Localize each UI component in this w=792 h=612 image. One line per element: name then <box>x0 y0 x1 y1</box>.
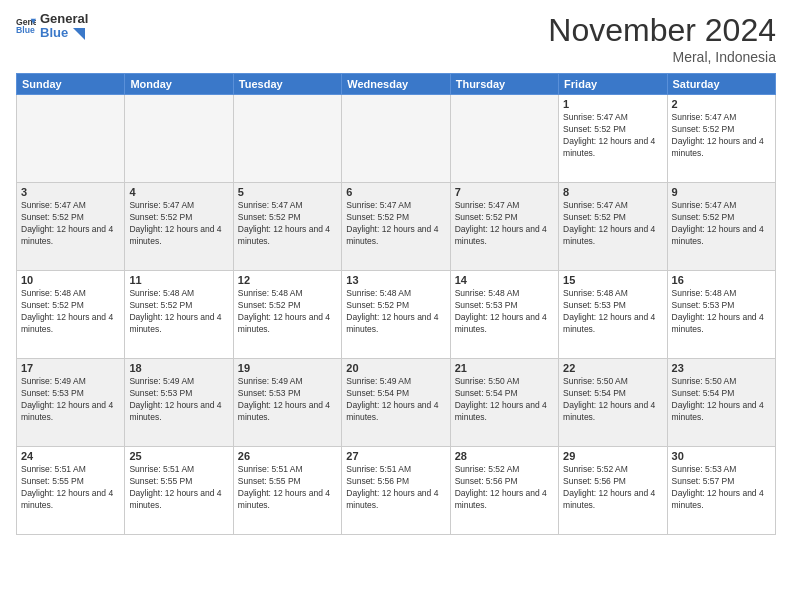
day-number: 17 <box>21 362 120 374</box>
day-info: Sunrise: 5:53 AM Sunset: 5:57 PM Dayligh… <box>672 464 771 512</box>
calendar-cell: 23Sunrise: 5:50 AM Sunset: 5:54 PM Dayli… <box>667 359 775 447</box>
day-info: Sunrise: 5:52 AM Sunset: 5:56 PM Dayligh… <box>563 464 662 512</box>
day-number: 18 <box>129 362 228 374</box>
calendar-cell <box>125 95 233 183</box>
calendar-cell: 15Sunrise: 5:48 AM Sunset: 5:53 PM Dayli… <box>559 271 667 359</box>
calendar-cell: 25Sunrise: 5:51 AM Sunset: 5:55 PM Dayli… <box>125 447 233 535</box>
calendar-week-row: 3Sunrise: 5:47 AM Sunset: 5:52 PM Daylig… <box>17 183 776 271</box>
calendar-cell: 7Sunrise: 5:47 AM Sunset: 5:52 PM Daylig… <box>450 183 558 271</box>
day-info: Sunrise: 5:51 AM Sunset: 5:55 PM Dayligh… <box>238 464 337 512</box>
day-number: 24 <box>21 450 120 462</box>
svg-text:Blue: Blue <box>16 26 35 36</box>
day-number: 28 <box>455 450 554 462</box>
title-block: November 2024 Meral, Indonesia <box>548 12 776 65</box>
day-number: 10 <box>21 274 120 286</box>
day-info: Sunrise: 5:47 AM Sunset: 5:52 PM Dayligh… <box>238 200 337 248</box>
calendar-cell: 2Sunrise: 5:47 AM Sunset: 5:52 PM Daylig… <box>667 95 775 183</box>
calendar-week-row: 10Sunrise: 5:48 AM Sunset: 5:52 PM Dayli… <box>17 271 776 359</box>
calendar-header-row: Sunday Monday Tuesday Wednesday Thursday… <box>17 74 776 95</box>
day-number: 4 <box>129 186 228 198</box>
location: Meral, Indonesia <box>548 49 776 65</box>
calendar-cell: 20Sunrise: 5:49 AM Sunset: 5:54 PM Dayli… <box>342 359 450 447</box>
day-number: 29 <box>563 450 662 462</box>
day-info: Sunrise: 5:50 AM Sunset: 5:54 PM Dayligh… <box>563 376 662 424</box>
day-info: Sunrise: 5:48 AM Sunset: 5:52 PM Dayligh… <box>346 288 445 336</box>
day-number: 23 <box>672 362 771 374</box>
day-number: 20 <box>346 362 445 374</box>
day-info: Sunrise: 5:49 AM Sunset: 5:53 PM Dayligh… <box>238 376 337 424</box>
calendar-cell: 29Sunrise: 5:52 AM Sunset: 5:56 PM Dayli… <box>559 447 667 535</box>
day-number: 11 <box>129 274 228 286</box>
day-number: 8 <box>563 186 662 198</box>
day-number: 13 <box>346 274 445 286</box>
calendar-cell: 28Sunrise: 5:52 AM Sunset: 5:56 PM Dayli… <box>450 447 558 535</box>
day-number: 16 <box>672 274 771 286</box>
calendar-week-row: 24Sunrise: 5:51 AM Sunset: 5:55 PM Dayli… <box>17 447 776 535</box>
header: General Blue General Blue November 2024 … <box>16 12 776 65</box>
day-info: Sunrise: 5:49 AM Sunset: 5:54 PM Dayligh… <box>346 376 445 424</box>
day-number: 1 <box>563 98 662 110</box>
calendar-cell: 24Sunrise: 5:51 AM Sunset: 5:55 PM Dayli… <box>17 447 125 535</box>
calendar-table: Sunday Monday Tuesday Wednesday Thursday… <box>16 73 776 535</box>
calendar-cell: 13Sunrise: 5:48 AM Sunset: 5:52 PM Dayli… <box>342 271 450 359</box>
svg-marker-3 <box>73 28 85 40</box>
calendar-cell: 6Sunrise: 5:47 AM Sunset: 5:52 PM Daylig… <box>342 183 450 271</box>
day-info: Sunrise: 5:50 AM Sunset: 5:54 PM Dayligh… <box>672 376 771 424</box>
calendar-cell: 11Sunrise: 5:48 AM Sunset: 5:52 PM Dayli… <box>125 271 233 359</box>
calendar-cell: 3Sunrise: 5:47 AM Sunset: 5:52 PM Daylig… <box>17 183 125 271</box>
day-info: Sunrise: 5:50 AM Sunset: 5:54 PM Dayligh… <box>455 376 554 424</box>
col-sunday: Sunday <box>17 74 125 95</box>
logo-icon: General Blue <box>16 16 36 36</box>
day-number: 14 <box>455 274 554 286</box>
calendar-cell: 22Sunrise: 5:50 AM Sunset: 5:54 PM Dayli… <box>559 359 667 447</box>
day-info: Sunrise: 5:51 AM Sunset: 5:55 PM Dayligh… <box>129 464 228 512</box>
day-number: 19 <box>238 362 337 374</box>
logo: General Blue General Blue <box>16 12 88 41</box>
col-thursday: Thursday <box>450 74 558 95</box>
day-info: Sunrise: 5:47 AM Sunset: 5:52 PM Dayligh… <box>346 200 445 248</box>
day-number: 7 <box>455 186 554 198</box>
day-info: Sunrise: 5:47 AM Sunset: 5:52 PM Dayligh… <box>21 200 120 248</box>
day-number: 27 <box>346 450 445 462</box>
day-info: Sunrise: 5:51 AM Sunset: 5:55 PM Dayligh… <box>21 464 120 512</box>
col-saturday: Saturday <box>667 74 775 95</box>
logo-general: General <box>40 12 88 26</box>
col-monday: Monday <box>125 74 233 95</box>
calendar-cell: 10Sunrise: 5:48 AM Sunset: 5:52 PM Dayli… <box>17 271 125 359</box>
calendar-cell: 19Sunrise: 5:49 AM Sunset: 5:53 PM Dayli… <box>233 359 341 447</box>
day-info: Sunrise: 5:52 AM Sunset: 5:56 PM Dayligh… <box>455 464 554 512</box>
day-info: Sunrise: 5:48 AM Sunset: 5:53 PM Dayligh… <box>455 288 554 336</box>
calendar-week-row: 17Sunrise: 5:49 AM Sunset: 5:53 PM Dayli… <box>17 359 776 447</box>
calendar-cell: 8Sunrise: 5:47 AM Sunset: 5:52 PM Daylig… <box>559 183 667 271</box>
day-info: Sunrise: 5:47 AM Sunset: 5:52 PM Dayligh… <box>455 200 554 248</box>
day-info: Sunrise: 5:48 AM Sunset: 5:53 PM Dayligh… <box>563 288 662 336</box>
day-number: 21 <box>455 362 554 374</box>
day-info: Sunrise: 5:47 AM Sunset: 5:52 PM Dayligh… <box>129 200 228 248</box>
day-number: 22 <box>563 362 662 374</box>
page: General Blue General Blue November 2024 … <box>0 0 792 612</box>
calendar-cell <box>233 95 341 183</box>
calendar-cell: 5Sunrise: 5:47 AM Sunset: 5:52 PM Daylig… <box>233 183 341 271</box>
calendar-cell: 30Sunrise: 5:53 AM Sunset: 5:57 PM Dayli… <box>667 447 775 535</box>
calendar-cell: 21Sunrise: 5:50 AM Sunset: 5:54 PM Dayli… <box>450 359 558 447</box>
day-info: Sunrise: 5:49 AM Sunset: 5:53 PM Dayligh… <box>21 376 120 424</box>
day-info: Sunrise: 5:49 AM Sunset: 5:53 PM Dayligh… <box>129 376 228 424</box>
calendar-cell: 4Sunrise: 5:47 AM Sunset: 5:52 PM Daylig… <box>125 183 233 271</box>
calendar-cell: 14Sunrise: 5:48 AM Sunset: 5:53 PM Dayli… <box>450 271 558 359</box>
day-number: 5 <box>238 186 337 198</box>
calendar-cell: 27Sunrise: 5:51 AM Sunset: 5:56 PM Dayli… <box>342 447 450 535</box>
calendar-cell <box>342 95 450 183</box>
day-number: 3 <box>21 186 120 198</box>
day-number: 15 <box>563 274 662 286</box>
calendar-cell: 9Sunrise: 5:47 AM Sunset: 5:52 PM Daylig… <box>667 183 775 271</box>
day-info: Sunrise: 5:48 AM Sunset: 5:52 PM Dayligh… <box>129 288 228 336</box>
day-info: Sunrise: 5:47 AM Sunset: 5:52 PM Dayligh… <box>563 112 662 160</box>
day-info: Sunrise: 5:47 AM Sunset: 5:52 PM Dayligh… <box>672 112 771 160</box>
logo-blue: Blue <box>40 26 88 40</box>
day-info: Sunrise: 5:48 AM Sunset: 5:52 PM Dayligh… <box>21 288 120 336</box>
day-number: 2 <box>672 98 771 110</box>
col-friday: Friday <box>559 74 667 95</box>
day-info: Sunrise: 5:51 AM Sunset: 5:56 PM Dayligh… <box>346 464 445 512</box>
calendar-cell: 12Sunrise: 5:48 AM Sunset: 5:52 PM Dayli… <box>233 271 341 359</box>
calendar-cell <box>17 95 125 183</box>
